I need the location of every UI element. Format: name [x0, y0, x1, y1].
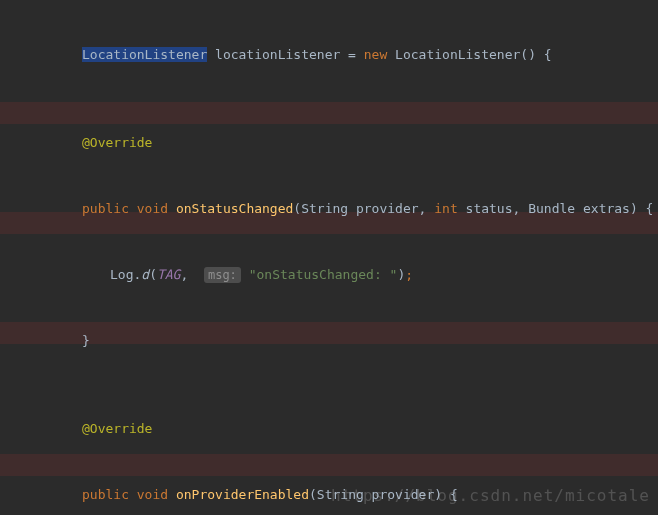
annotation: @Override	[82, 421, 152, 436]
code-line[interactable]: }	[20, 330, 658, 352]
code-line[interactable]: Log.d(TAG, msg: "onStatusChanged: ");	[20, 264, 658, 286]
code-editor[interactable]: LocationListener locationListener = new …	[0, 0, 658, 515]
annotation: @Override	[82, 135, 152, 150]
code-line[interactable]: public void onStatusChanged(String provi…	[20, 198, 658, 220]
code-line[interactable]: @Override	[20, 418, 658, 440]
selection: LocationListener	[82, 47, 207, 62]
method-name: onProviderEnabled	[176, 487, 309, 502]
method-name: onStatusChanged	[176, 201, 293, 216]
code-line[interactable]: @Override	[20, 132, 658, 154]
watermark-text: https://blog.csdn.net/micotale	[331, 485, 650, 507]
code-line[interactable]: LocationListener locationListener = new …	[20, 44, 658, 66]
param-hint: msg:	[204, 267, 241, 283]
